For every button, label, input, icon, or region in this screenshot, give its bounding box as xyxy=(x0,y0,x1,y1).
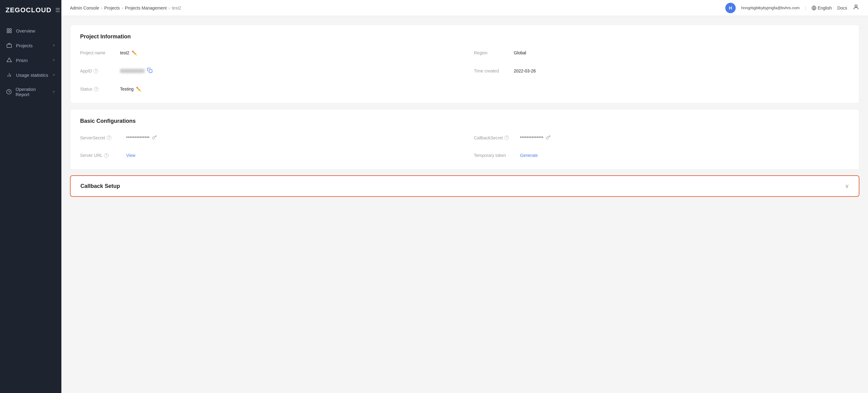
svg-rect-4 xyxy=(7,44,12,48)
projects-icon xyxy=(6,42,12,49)
server-secret-key-icon[interactable] xyxy=(152,135,157,141)
sidebar-label-projects: Projects xyxy=(16,43,33,48)
server-url-link[interactable]: View xyxy=(126,153,135,158)
breadcrumb-projects-management[interactable]: Projects Management xyxy=(125,5,167,10)
callback-secret-row: CallbackSecret ? ************** xyxy=(474,132,849,144)
project-name-row: Project name test2 ✏️ xyxy=(80,47,456,58)
region-row: Region Global xyxy=(474,47,849,58)
sidebar-item-usage-statistics[interactable]: Usage statistics + xyxy=(0,67,61,82)
sidebar-item-prism[interactable]: Prism + xyxy=(0,53,61,67)
server-secret-value: ************** xyxy=(126,135,157,141)
breadcrumb-sep-1: › xyxy=(101,5,102,10)
project-name-edit-icon[interactable]: ✏️ xyxy=(132,50,137,55)
appid-value xyxy=(120,67,153,74)
project-name-label: Project name xyxy=(80,50,114,55)
project-name-text: test2 xyxy=(120,50,129,55)
status-edit-icon[interactable]: ✏️ xyxy=(136,87,141,91)
sidebar-label-usage-statistics: Usage statistics xyxy=(16,72,48,78)
topbar: Admin Console › Projects › Projects Mana… xyxy=(61,0,868,16)
time-created-text: 2022-03-26 xyxy=(514,68,536,73)
svg-rect-0 xyxy=(7,29,9,30)
sidebar-item-operation-report[interactable]: Operation Report + xyxy=(0,82,61,101)
svg-rect-3 xyxy=(10,31,11,33)
sidebar-label-operation-report: Operation Report xyxy=(16,87,49,97)
temporary-token-link[interactable]: Generate xyxy=(520,153,538,158)
appid-question-icon[interactable]: ? xyxy=(94,69,98,73)
user-profile-icon[interactable] xyxy=(852,4,859,12)
callback-setup-title: Callback Setup xyxy=(81,183,120,189)
temporary-token-value: Generate xyxy=(520,153,538,158)
divider-v1: | xyxy=(805,6,806,10)
callback-secret-label: CallbackSecret ? xyxy=(474,135,514,140)
language-label: English xyxy=(818,5,832,10)
prism-icon xyxy=(6,57,12,63)
status-row: Status ? Testing ✏️ xyxy=(80,84,456,95)
globe-icon xyxy=(811,5,816,10)
svg-point-12 xyxy=(855,5,857,7)
server-secret-question-icon[interactable]: ? xyxy=(107,135,112,140)
status-text: Testing xyxy=(120,87,133,91)
appid-blur xyxy=(120,69,145,73)
usage-statistics-icon xyxy=(6,72,12,78)
sidebar-item-projects[interactable]: Projects + xyxy=(0,38,61,53)
status-question-icon[interactable]: ? xyxy=(94,87,98,91)
overview-icon xyxy=(6,28,12,34)
breadcrumb-projects[interactable]: Projects xyxy=(104,5,120,10)
callback-secret-question-icon[interactable]: ? xyxy=(504,135,509,140)
svg-rect-13 xyxy=(149,70,152,73)
callback-setup-chevron-icon: ∨ xyxy=(845,183,849,189)
region-value: Global xyxy=(514,50,526,55)
sidebar-label-overview: Overview xyxy=(16,28,35,33)
callback-setup-card[interactable]: Callback Setup ∨ xyxy=(70,175,859,197)
server-url-label: Server URL ? xyxy=(80,153,120,158)
logo-area: ZEGOCLOUD ☰ xyxy=(0,0,61,20)
projects-plus-icon[interactable]: + xyxy=(53,43,55,48)
callback-secret-value: ************** xyxy=(520,135,551,141)
server-secret-row: ServerSecret ? ************** xyxy=(80,132,456,144)
appid-copy-icon[interactable] xyxy=(147,67,153,74)
menu-icon[interactable]: ☰ xyxy=(55,7,60,13)
server-secret-label: ServerSecret ? xyxy=(80,135,120,140)
region-text: Global xyxy=(514,50,526,55)
breadcrumb: Admin Console › Projects › Projects Mana… xyxy=(70,5,181,10)
breadcrumb-sep-2: › xyxy=(122,5,123,10)
time-created-label: Time created xyxy=(474,68,508,73)
appid-label: AppID ? xyxy=(80,68,114,73)
time-created-row: Time created 2022-03-26 xyxy=(474,64,849,78)
project-info-card: Project Information Project name test2 ✏… xyxy=(70,25,859,103)
sidebar-nav: Overview Projects + Prism + Usage statis… xyxy=(0,20,61,393)
server-url-value: View xyxy=(126,153,135,158)
callback-secret-key-icon[interactable] xyxy=(546,135,551,141)
status-value: Testing ✏️ xyxy=(120,87,141,91)
region-label: Region xyxy=(474,50,508,55)
docs-link[interactable]: Docs xyxy=(837,5,847,10)
operation-report-icon xyxy=(6,89,12,95)
basic-config-title: Basic Configurations xyxy=(80,118,849,124)
main-area: Admin Console › Projects › Projects Mana… xyxy=(61,0,868,393)
topbar-right: H hnngrbgbtkybyjmgfa@bvhrs.com | English… xyxy=(725,3,859,13)
prism-plus-icon[interactable]: + xyxy=(53,57,55,63)
status-label: Status ? xyxy=(80,87,114,91)
logo-text: ZEGOCLOUD xyxy=(5,6,52,14)
user-email: hnngrbgbtkybyjmgfa@bvhrs.com xyxy=(741,5,800,10)
project-name-value: test2 ✏️ xyxy=(120,50,137,55)
sidebar-item-overview[interactable]: Overview xyxy=(0,23,61,38)
temporary-token-label: Temporary token xyxy=(474,153,514,158)
temporary-token-row: Temporary token Generate xyxy=(474,150,849,161)
project-info-title: Project Information xyxy=(80,33,849,40)
operation-report-plus-icon[interactable]: + xyxy=(53,89,55,95)
appid-row: AppID ? xyxy=(80,64,456,78)
content-area: Project Information Project name test2 ✏… xyxy=(61,16,868,393)
svg-rect-1 xyxy=(10,29,11,30)
topbar-language[interactable]: English xyxy=(811,5,832,10)
project-info-grid: Project name test2 ✏️ Region Global xyxy=(80,47,849,95)
breadcrumb-admin-console[interactable]: Admin Console xyxy=(70,5,99,10)
svg-marker-5 xyxy=(7,58,12,62)
breadcrumb-test2: test2 xyxy=(172,5,181,10)
usage-stats-plus-icon[interactable]: + xyxy=(53,72,55,78)
user-avatar: H xyxy=(725,3,736,13)
breadcrumb-sep-3: › xyxy=(168,5,170,10)
server-url-question-icon[interactable]: ? xyxy=(104,153,108,158)
server-secret-text: ************** xyxy=(126,135,150,140)
basic-config-card: Basic Configurations ServerSecret ? ****… xyxy=(70,109,859,170)
